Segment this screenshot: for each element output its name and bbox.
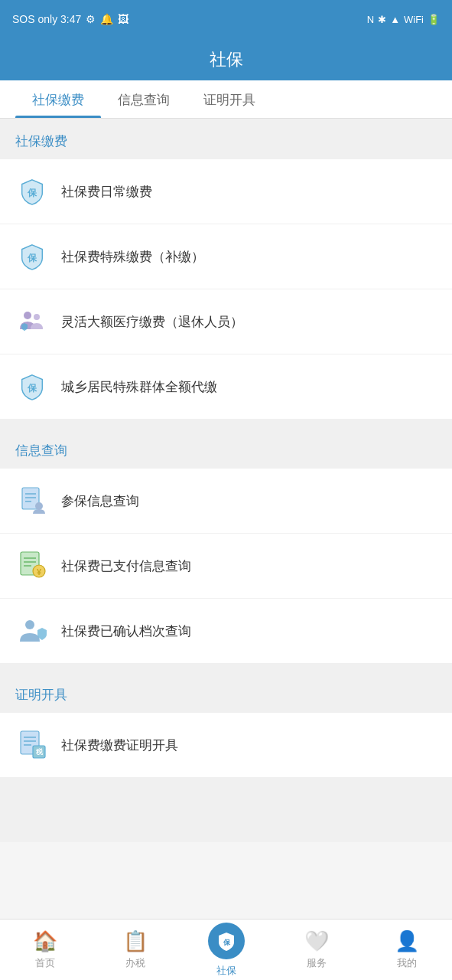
list-item[interactable]: 保 社保费特殊缴费（补缴）: [0, 224, 452, 289]
svg-point-16: [25, 620, 34, 629]
section-header-zhengming: 证明开具: [0, 672, 452, 713]
battery-icon: 🔋: [428, 14, 440, 25]
page-title: 社保: [210, 48, 243, 71]
section-title-zhengming: 证明开具: [15, 688, 67, 702]
nav-banshui-label: 办税: [125, 956, 145, 970]
section-header-shebao: 社保缴费: [0, 119, 452, 159]
nav-banshui[interactable]: 📋 办税: [90, 929, 180, 970]
main-content: 社保缴费 保 社保费日常缴费 保 社保费特殊缴费（补缴）: [0, 119, 452, 842]
bell-icon: 🔔: [100, 13, 113, 25]
shield-blue-icon-3: 保: [15, 370, 49, 403]
svg-text:¥: ¥: [37, 567, 42, 577]
nav-shebao[interactable]: 保 社保: [180, 923, 271, 978]
section-list-xinxi: 参保信息查询 ¥ 社保费已支付信息查询: [0, 469, 452, 663]
shield-blue-icon: 保: [15, 175, 49, 208]
section-divider-2: [0, 663, 452, 672]
list-item[interactable]: 保 城乡居民特殊群体全额代缴: [0, 354, 452, 419]
person-icon: 👤: [395, 929, 419, 953]
item-label: 社保费日常缴费: [61, 183, 152, 201]
svg-text:保: 保: [222, 939, 230, 946]
image-icon: 🖼: [118, 13, 128, 25]
item-label: 参保信息查询: [61, 492, 139, 510]
tab-bar: 社保缴费 信息查询 证明开具: [0, 80, 452, 119]
nfc-icon: N: [367, 14, 374, 25]
home-icon: 🏠: [33, 929, 57, 953]
list-icon: 📋: [123, 929, 148, 953]
item-label: 社保费缴费证明开具: [61, 737, 178, 754]
item-label: 城乡居民特殊群体全额代缴: [61, 378, 217, 396]
nav-fuwu-label: 服务: [307, 956, 327, 970]
doc-green-icon: ¥: [15, 549, 49, 583]
heart-icon: 🤍: [304, 929, 329, 953]
bottom-nav: 🏠 首页 📋 办税 保 社保 🤍 服务 👤 我的: [0, 919, 452, 980]
status-right: N ✱ ▲ WiFi 🔋: [367, 14, 440, 25]
people-blue-icon: [15, 614, 49, 648]
people-purple-icon: [15, 305, 49, 338]
item-label: 灵活大额医疗缴费（退休人员）: [61, 313, 243, 331]
svg-text:保: 保: [27, 383, 37, 394]
status-text: SOS only 3:47: [12, 13, 81, 25]
nav-home-label: 首页: [35, 956, 55, 970]
list-item[interactable]: 税 社保费缴费证明开具: [0, 713, 452, 777]
svg-text:税: 税: [35, 748, 44, 756]
status-bar: SOS only 3:47 ⚙ 🔔 🖼 N ✱ ▲ WiFi 🔋: [0, 0, 452, 38]
section-divider-1: [0, 419, 452, 428]
svg-point-2: [24, 312, 31, 319]
nav-wode[interactable]: 👤 我的: [362, 929, 452, 970]
shebao-nav-circle: 保: [208, 923, 245, 959]
section-list-shebao: 保 社保费日常缴费 保 社保费特殊缴费（补缴）: [0, 159, 452, 419]
item-label: 社保费已确认档次查询: [61, 622, 191, 640]
item-label: 社保费特殊缴费（补缴）: [61, 248, 204, 266]
nav-wode-label: 我的: [397, 956, 417, 970]
gear-icon: ⚙: [86, 13, 96, 25]
section-list-zhengming: 税 社保费缴费证明开具: [0, 713, 452, 777]
tab-xinxi-chaxun[interactable]: 信息查询: [101, 80, 187, 118]
list-item[interactable]: ¥ 社保费已支付信息查询: [0, 534, 452, 599]
svg-point-3: [34, 314, 40, 320]
tab-zhengming-kaiju[interactable]: 证明开具: [187, 80, 272, 118]
svg-text:保: 保: [27, 188, 37, 198]
bluetooth-icon: ✱: [378, 14, 386, 25]
doc-tax-icon: 税: [15, 728, 49, 762]
svg-point-9: [35, 502, 43, 510]
item-label: 社保费已支付信息查询: [61, 557, 191, 575]
nav-shebao-label: 社保: [216, 964, 236, 978]
list-item[interactable]: 灵活大额医疗缴费（退休人员）: [0, 289, 452, 354]
nav-home[interactable]: 🏠 首页: [0, 929, 90, 970]
signal-icon: ▲: [390, 14, 400, 25]
wifi-icon: WiFi: [404, 14, 424, 25]
list-item[interactable]: 保 社保费日常缴费: [0, 159, 452, 224]
list-item[interactable]: 社保费已确认档次查询: [0, 599, 452, 663]
svg-text:保: 保: [27, 253, 37, 263]
nav-fuwu[interactable]: 🤍 服务: [272, 929, 362, 970]
tab-shebao-jiaofei[interactable]: 社保缴费: [15, 80, 101, 118]
section-header-xinxi: 信息查询: [0, 428, 452, 469]
doc-blue-icon: [15, 484, 49, 518]
app-header: 社保: [0, 38, 452, 80]
shield-blue-icon-2: 保: [15, 240, 49, 273]
section-title-shebao: 社保缴费: [15, 134, 67, 149]
status-left: SOS only 3:47 ⚙ 🔔 🖼: [12, 13, 128, 25]
list-item[interactable]: 参保信息查询: [0, 469, 452, 534]
section-title-xinxi: 信息查询: [15, 443, 67, 458]
